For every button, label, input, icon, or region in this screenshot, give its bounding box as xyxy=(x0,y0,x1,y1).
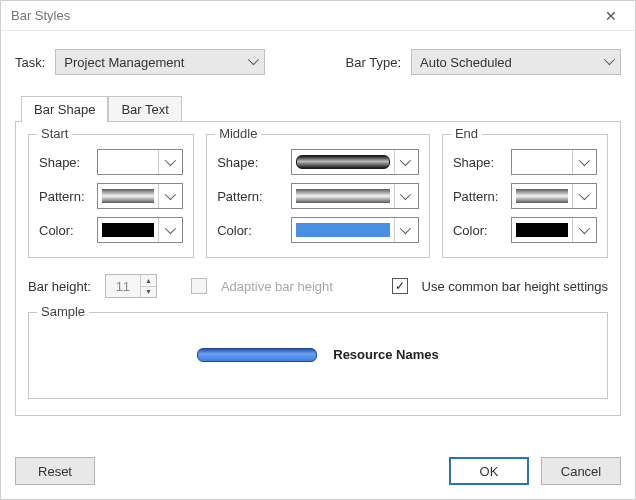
end-shape-dropdown[interactable] xyxy=(511,149,597,175)
middle-color-label: Color: xyxy=(217,223,275,238)
middle-shape-dropdown[interactable] xyxy=(291,149,419,175)
bar-height-stepper[interactable]: 11 ▲ ▼ xyxy=(105,274,157,298)
sections-row: Start Shape: Pattern: xyxy=(28,134,608,258)
gradient-preview xyxy=(102,189,154,203)
start-shape-label: Shape: xyxy=(39,155,97,170)
bartype-label: Bar Type: xyxy=(346,55,401,70)
chevron-down-icon xyxy=(394,150,414,174)
bar-height-label: Bar height: xyxy=(28,279,91,294)
empty-preview xyxy=(102,155,154,169)
gradient-preview xyxy=(516,189,568,203)
start-fieldset: Start Shape: Pattern: xyxy=(28,134,194,258)
gradient-preview xyxy=(296,189,390,203)
middle-shape-label: Shape: xyxy=(217,155,275,170)
start-shape-dropdown[interactable] xyxy=(97,149,183,175)
titlebar: Bar Styles ✕ xyxy=(1,1,635,31)
pill-shape-preview xyxy=(296,155,390,169)
check-icon: ✓ xyxy=(395,280,405,292)
start-pattern-label: Pattern: xyxy=(39,189,97,204)
start-color-dropdown[interactable] xyxy=(97,217,183,243)
chevron-down-icon xyxy=(572,184,592,208)
end-color-label: Color: xyxy=(453,223,511,238)
color-black-preview xyxy=(516,223,568,237)
end-pattern-dropdown[interactable] xyxy=(511,183,597,209)
middle-fieldset: Middle Shape: Pattern: xyxy=(206,134,430,258)
bar-styles-dialog: Bar Styles ✕ Task: Project Management Ba… xyxy=(0,0,636,500)
ok-button[interactable]: OK xyxy=(449,457,529,485)
middle-pattern-dropdown[interactable] xyxy=(291,183,419,209)
sample-legend: Sample xyxy=(37,304,89,319)
chevron-down-icon xyxy=(158,184,178,208)
middle-legend: Middle xyxy=(215,126,261,141)
window-title: Bar Styles xyxy=(11,8,70,23)
tab-panel: Start Shape: Pattern: xyxy=(15,121,621,416)
end-legend: End xyxy=(451,126,482,141)
end-pattern-label: Pattern: xyxy=(453,189,511,204)
footer: Reset OK Cancel xyxy=(1,449,635,499)
usecommon-label: Use common bar height settings xyxy=(422,279,608,294)
close-button[interactable]: ✕ xyxy=(589,2,633,30)
end-shape-label: Shape: xyxy=(453,155,511,170)
bar-height-value: 11 xyxy=(106,279,140,294)
adaptive-checkbox[interactable] xyxy=(191,278,207,294)
spinner-up-icon[interactable]: ▲ xyxy=(141,275,156,286)
chevron-down-icon xyxy=(158,150,178,174)
chevron-down-icon xyxy=(604,57,614,67)
cancel-button[interactable]: Cancel xyxy=(541,457,621,485)
tab-bar-shape[interactable]: Bar Shape xyxy=(21,96,108,123)
bar-height-row: Bar height: 11 ▲ ▼ Adaptive bar height ✓… xyxy=(28,274,608,298)
end-color-dropdown[interactable] xyxy=(511,217,597,243)
chevron-down-icon xyxy=(394,218,414,242)
task-value: Project Management xyxy=(64,55,248,70)
adaptive-label: Adaptive bar height xyxy=(221,279,333,294)
end-fieldset: End Shape: Pattern: xyxy=(442,134,608,258)
tab-bar-text[interactable]: Bar Text xyxy=(108,96,181,123)
task-label: Task: xyxy=(15,55,45,70)
bartype-dropdown[interactable]: Auto Scheduled xyxy=(411,49,621,75)
content-area: Task: Project Management Bar Type: Auto … xyxy=(1,31,635,449)
chevron-down-icon xyxy=(572,218,592,242)
tabstrip: Bar Shape Bar Text xyxy=(15,95,621,122)
sample-text: Resource Names xyxy=(333,347,439,362)
chevron-down-icon xyxy=(572,150,592,174)
task-dropdown[interactable]: Project Management xyxy=(55,49,265,75)
chevron-down-icon xyxy=(394,184,414,208)
middle-pattern-label: Pattern: xyxy=(217,189,275,204)
usecommon-checkbox[interactable]: ✓ xyxy=(392,278,408,294)
close-icon: ✕ xyxy=(605,8,617,24)
sample-bar xyxy=(197,348,317,362)
color-black-preview xyxy=(102,223,154,237)
spinner-buttons: ▲ ▼ xyxy=(140,275,156,297)
start-legend: Start xyxy=(37,126,72,141)
start-color-label: Color: xyxy=(39,223,97,238)
reset-button[interactable]: Reset xyxy=(15,457,95,485)
spinner-down-icon[interactable]: ▼ xyxy=(141,286,156,298)
chevron-down-icon xyxy=(158,218,178,242)
bartype-value: Auto Scheduled xyxy=(420,55,604,70)
empty-preview xyxy=(516,155,568,169)
top-row: Task: Project Management Bar Type: Auto … xyxy=(15,49,621,75)
middle-color-dropdown[interactable] xyxy=(291,217,419,243)
start-pattern-dropdown[interactable] xyxy=(97,183,183,209)
chevron-down-icon xyxy=(248,57,258,67)
sample-fieldset: Sample Resource Names xyxy=(28,312,608,399)
color-blue-preview xyxy=(296,223,390,237)
